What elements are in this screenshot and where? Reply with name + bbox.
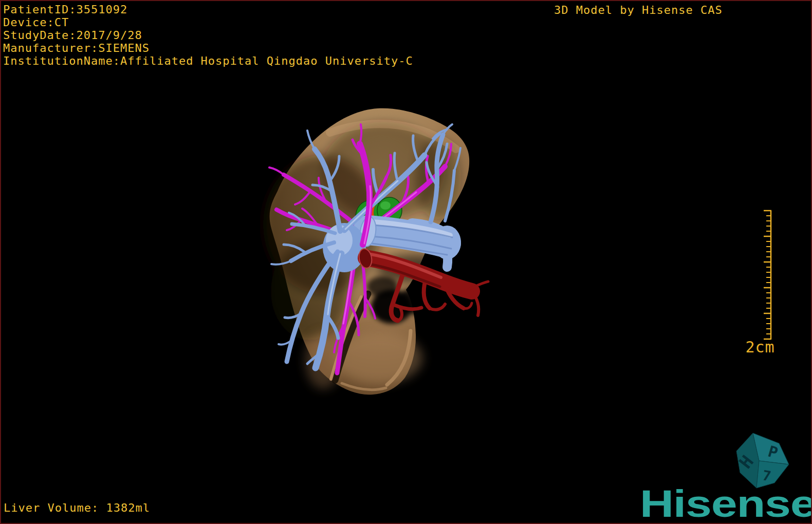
liver-volume-label: Liver Volume: 1382ml (4, 501, 150, 514)
watermark-title: 3D Model by Hisense CAS (554, 4, 723, 16)
scale-bar-label: 2cm (745, 338, 774, 356)
orientation-cube[interactable]: H P 7 (735, 433, 789, 488)
model-viewport[interactable]: 2cm H P 7 (1, 1, 812, 524)
device-line: Device:CT (3, 16, 413, 29)
manufacturer-line: Manufacturer:SIEMENS (3, 42, 413, 54)
hisense-logo: Hisense (640, 484, 812, 523)
patient-id-line: PatientID:3551092 (3, 3, 413, 16)
scale-bar: 2cm (745, 211, 774, 356)
study-date-line: StudyDate:2017/9/28 (3, 29, 413, 42)
patient-info: PatientID:3551092 Device:CT StudyDate:20… (3, 3, 413, 67)
viewer-window: 2cm H P 7 PatientID:3551092 Device:CT St… (0, 0, 812, 524)
institution-line: InstitutionName:Affiliated Hospital Qing… (3, 54, 413, 67)
